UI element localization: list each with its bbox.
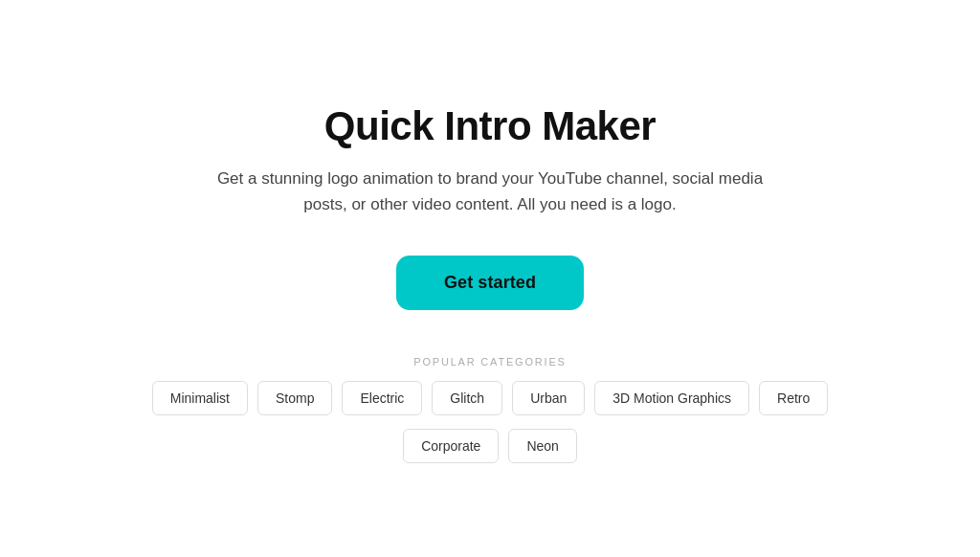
page-title: Quick Intro Maker xyxy=(324,103,656,149)
category-chip-corporate[interactable]: Corporate xyxy=(403,429,499,463)
get-started-button[interactable]: Get started xyxy=(396,256,584,310)
page-subtitle: Get a stunning logo animation to brand y… xyxy=(193,167,787,217)
categories-row-2: CorporateNeon xyxy=(403,429,577,463)
category-chip-stomp[interactable]: Stomp xyxy=(257,381,332,415)
categories-row-1: MinimalistStompElectricGlitchUrban3D Mot… xyxy=(152,381,829,415)
main-container: Quick Intro Maker Get a stunning logo an… xyxy=(0,65,980,492)
categories-label: POPULAR CATEGORIES xyxy=(413,356,566,368)
category-chip-glitch[interactable]: Glitch xyxy=(432,381,502,415)
category-chip-retro[interactable]: Retro xyxy=(759,381,828,415)
categories-section: POPULAR CATEGORIES MinimalistStompElectr… xyxy=(19,356,961,463)
category-chip-minimalist[interactable]: Minimalist xyxy=(152,381,248,415)
category-chip-3d-motion-graphics[interactable]: 3D Motion Graphics xyxy=(594,381,749,415)
category-chip-electric[interactable]: Electric xyxy=(342,381,422,415)
category-chip-urban[interactable]: Urban xyxy=(512,381,585,415)
category-chip-neon[interactable]: Neon xyxy=(508,429,576,463)
